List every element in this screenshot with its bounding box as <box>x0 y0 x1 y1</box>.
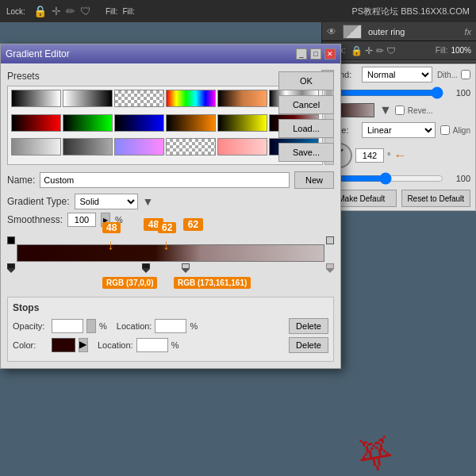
gradient-bar[interactable] <box>17 244 324 262</box>
minimize-button[interactable]: _ <box>296 48 307 60</box>
gradient-type-dropdown-icon[interactable]: ▼ <box>143 195 154 208</box>
lock-icon: 🔒 <box>33 5 47 17</box>
stops-section-title: Stops <box>13 302 328 313</box>
opacity-stops-input[interactable] <box>52 319 83 333</box>
align-label: Align <box>453 126 470 135</box>
preset-orange[interactable] <box>166 114 216 132</box>
maximize-button[interactable]: □ <box>310 48 321 60</box>
dither-checkbox[interactable] <box>461 70 470 79</box>
ge-title: Gradient Editor <box>6 48 293 60</box>
scale-slider[interactable] <box>327 172 443 185</box>
stop-left-color[interactable] <box>7 263 15 273</box>
load-button[interactable]: Load... <box>278 119 334 138</box>
opacity-row: 100 <box>322 85 475 101</box>
reverse-checkbox[interactable] <box>395 106 405 115</box>
new-button[interactable]: New <box>294 171 334 189</box>
blend-mode-row: Blend: Normal Dith... <box>322 64 475 85</box>
stop-48pct[interactable] <box>142 263 150 273</box>
align-checkbox[interactable] <box>440 125 450 135</box>
gradient-overlay-panel: Blend: Normal Dith... 100 ▼ Reve... Styl… <box>321 63 476 211</box>
fill-value: Fill: <box>122 7 135 16</box>
annotation-arrow-1: ↑ <box>107 238 114 255</box>
scale-value: 100 <box>447 174 470 183</box>
preset-blue[interactable] <box>114 114 164 132</box>
location1-input[interactable] <box>155 319 186 333</box>
preset-rainbow[interactable] <box>166 90 216 107</box>
top-stops <box>7 236 334 244</box>
preset-yellow[interactable] <box>217 114 267 132</box>
layer-panel-topbar: 👁 outer ring fx <box>322 22 476 41</box>
rgb-tooltip-2: RGB (173,161,161) <box>174 277 251 289</box>
preset-copper[interactable] <box>217 90 267 107</box>
lock-icons: 🔒 ✛ ✏ 🛡 <box>351 45 396 56</box>
gradient-type-select[interactable]: Solid Noise <box>75 194 138 209</box>
cancel-button[interactable]: Cancel <box>278 95 334 114</box>
blend-mode-select[interactable]: Normal <box>362 67 432 83</box>
annotation-62-label: 62 <box>158 222 176 233</box>
preset-grey[interactable] <box>11 138 61 155</box>
gradient-editor-titlebar: Gradient Editor _ □ ✕ <box>1 44 340 63</box>
preset-green[interactable] <box>63 114 113 132</box>
stop-right-color[interactable] <box>326 263 334 273</box>
opacity-stops-arrow[interactable] <box>86 319 96 333</box>
annotation-arrow-2: ↑ <box>163 238 170 255</box>
layer-panel-header-area: 👁 outer ring fx Lock: 🔒 ✛ ✏ 🛡 Fill: 100% <box>321 22 476 63</box>
preset-darkgrey[interactable] <box>63 138 113 155</box>
ok-button[interactable]: OK <box>278 71 334 90</box>
preset-pink[interactable] <box>217 138 267 155</box>
preset-checker2[interactable] <box>166 138 216 155</box>
angle-input[interactable] <box>355 148 384 163</box>
stop-top-left[interactable] <box>7 236 15 244</box>
preset-red[interactable] <box>11 114 61 132</box>
stop-62pct[interactable] <box>182 263 190 273</box>
preset-white-black[interactable] <box>63 90 113 107</box>
opacity-stops-label: Opacity: <box>13 321 48 331</box>
location2-pct: % <box>171 340 179 350</box>
preset-transparent[interactable] <box>114 90 164 107</box>
go-btn-row: Make Default Reset to Default <box>322 186 475 210</box>
gradient-type-row: Gradient Type: Solid Noise ▼ <box>7 194 334 209</box>
presets-title: Presets <box>7 71 321 82</box>
delete2-button[interactable]: Delete <box>289 337 328 353</box>
smoothness-input[interactable] <box>67 213 96 227</box>
arrow-indicator: ← <box>393 148 406 163</box>
opacity-value: 100 <box>447 88 470 98</box>
location2-label: Location: <box>98 340 133 350</box>
stop-top-right[interactable] <box>326 236 334 244</box>
smoothness-label: Smoothness: <box>7 214 63 225</box>
save-button[interactable]: Save... <box>278 143 334 162</box>
fill-row-value: 100% <box>451 46 471 55</box>
name-input[interactable] <box>40 172 290 188</box>
move-icon: ✛ <box>52 5 61 17</box>
delete1-button[interactable]: Delete <box>289 318 328 334</box>
presets-grid <box>7 86 323 165</box>
ge-right-buttons: OK Cancel Load... Save... <box>278 71 334 162</box>
location2-input[interactable] <box>136 338 168 352</box>
color-arrow[interactable]: ▶ <box>79 338 88 352</box>
preset-black-white[interactable] <box>11 90 61 107</box>
gradient-bar-area: 48 62 ↑ ↑ <box>7 236 334 273</box>
fill-row-label: Fill: <box>436 46 448 55</box>
close-button[interactable]: ✕ <box>324 48 336 60</box>
site-label: PS教程论坛 BBS.16XX8.COM <box>351 6 470 17</box>
lock-row: Lock: 🔒 ✛ ✏ 🛡 Fill: 100% <box>322 41 476 60</box>
eye-btn[interactable]: 👁 <box>327 26 336 37</box>
annotation-62: 62 <box>183 218 203 231</box>
decorative-bottom: ⛧ <box>357 428 452 476</box>
style-select[interactable]: Linear <box>362 122 436 138</box>
name-row: Name: New <box>7 171 334 189</box>
ps-topbar: Lock: 🔒 ✛ ✏ 🛡 Fill: Fill: PS教程论坛 BBS.16X… <box>0 0 476 22</box>
angle-row: ° ← <box>322 140 475 171</box>
decorative-text: ⛧ <box>357 428 452 476</box>
opacity-stops-pct: % <box>99 321 107 331</box>
scale-row: 100 <box>322 171 475 186</box>
preset-purple[interactable] <box>114 138 164 155</box>
color-swatch[interactable] <box>52 338 75 352</box>
lock-label: Lock: <box>6 7 25 16</box>
gradient-color-row: ▼ Reve... <box>322 101 475 120</box>
opacity-slider[interactable] <box>327 86 443 99</box>
gradient-editor-dialog: Gradient Editor _ □ ✕ Presets ⚙ <box>0 44 341 369</box>
reset-default-button[interactable]: Reset to Default <box>401 190 471 207</box>
swatch-dropdown-icon[interactable]: ▼ <box>379 103 392 117</box>
shield-icon: 🛡 <box>80 5 91 17</box>
